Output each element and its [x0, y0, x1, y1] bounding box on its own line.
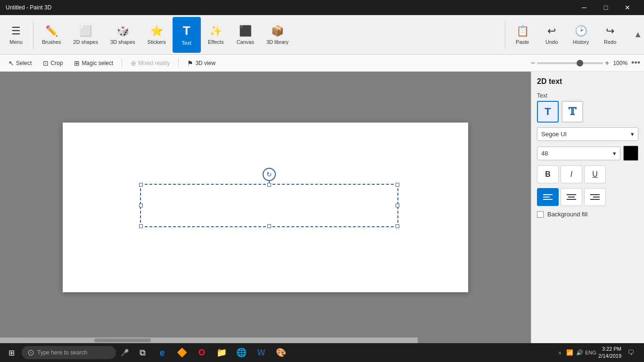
resize-handle-ml[interactable]: [139, 204, 143, 207]
menu-icon: ☰: [11, 25, 21, 37]
align-right-icon: [590, 193, 600, 201]
right-panel: 2D text Text T 𝕋 Segoe UI ▾ 48 ▾: [531, 72, 644, 343]
resize-handle-bc[interactable]: [267, 224, 271, 228]
select-button[interactable]: ↖ Select: [4, 58, 36, 69]
system-clock[interactable]: 3:22 PM 2/14/2019: [598, 346, 621, 360]
format-row: B I U: [537, 165, 638, 183]
clock-date: 2/14/2019: [598, 353, 621, 360]
taskbar-word[interactable]: W: [252, 343, 271, 362]
brushes-label: Brushes: [42, 39, 61, 45]
select-label: Select: [16, 60, 32, 66]
notification-button[interactable]: 🗨: [623, 345, 638, 360]
system-tray: ∧ 📶 🔊 ENG 3:22 PM 2/14/2019 🗨: [555, 345, 642, 360]
redo-icon: ↪: [606, 25, 614, 37]
resize-handle-tl[interactable]: [139, 183, 143, 187]
align-center-button[interactable]: [561, 188, 582, 206]
text-box-selection[interactable]: ↻: [140, 184, 398, 227]
more-options-button[interactable]: •••: [631, 58, 640, 68]
effects-label: Effects: [208, 39, 223, 45]
close-button[interactable]: ✕: [617, 0, 638, 15]
rotate-handle[interactable]: ↻: [263, 168, 276, 181]
toolbar-history[interactable]: 🕑 History: [567, 17, 595, 53]
view-3d-icon: ⚑: [187, 59, 193, 67]
zoom-slider-thumb[interactable]: [577, 60, 583, 66]
stickers-label: Stickers: [148, 39, 166, 45]
taskbar-chrome[interactable]: 🌐: [232, 343, 251, 362]
canvas-area[interactable]: ↻: [0, 72, 531, 343]
toolbar-effects[interactable]: ✨ Effects: [202, 17, 230, 53]
toolbar-right: 📋 Paste ↩ Undo 🕑 History ↪ Redo ▲: [503, 17, 642, 53]
align-right-button[interactable]: [584, 188, 606, 206]
minimize-button[interactable]: ─: [573, 0, 595, 15]
text-style-row: T 𝕋: [537, 101, 638, 123]
drawing-canvas[interactable]: ↻: [63, 123, 468, 292]
bold-button[interactable]: B: [537, 165, 559, 183]
collapse-panel-button[interactable]: ▲: [634, 30, 642, 40]
panel-title: 2D text: [537, 77, 638, 86]
view-3d-button[interactable]: ⚑ 3D view: [182, 58, 220, 69]
toolbar-2dshapes[interactable]: ⬜ 2D shapes: [67, 17, 104, 53]
toolbar-3dlibrary[interactable]: 📦 3D library: [261, 17, 294, 53]
resize-handle-tr[interactable]: [396, 183, 399, 187]
taskbar-opera[interactable]: O: [192, 343, 211, 362]
zoom-in-button[interactable]: +: [605, 59, 609, 67]
3dshapes-label: 3D shapes: [110, 39, 135, 45]
font-size-value: 48: [541, 150, 548, 157]
stickers-icon: ⭐: [150, 25, 163, 37]
app-title: Untitled - Paint 3D: [6, 4, 51, 11]
resize-handle-mr[interactable]: [396, 204, 399, 207]
toolbar-undo[interactable]: ↩ Undo: [537, 17, 566, 53]
zoom-slider[interactable]: [537, 62, 603, 64]
fancy-text-button[interactable]: 𝕋: [561, 101, 583, 123]
magic-select-button[interactable]: ⊞ Magic select: [69, 58, 118, 69]
font-size-dropdown[interactable]: 48 ▾: [537, 147, 620, 160]
align-left-button[interactable]: [537, 188, 559, 206]
background-fill-row: Background fill: [537, 211, 638, 218]
color-swatch-button[interactable]: [623, 146, 638, 161]
effects-icon: ✨: [209, 25, 222, 37]
taskbar-paint3d[interactable]: 🎨: [272, 343, 290, 362]
taskbar-taskview[interactable]: ⧉: [133, 343, 152, 362]
zoom-out-button[interactable]: −: [531, 59, 535, 67]
taskbar-files[interactable]: 📁: [212, 343, 231, 362]
search-box[interactable]: ⊙ Type here to search: [22, 346, 116, 359]
select-icon: ↖: [8, 59, 14, 67]
toolbar-canvas[interactable]: ⬛ Canvas: [231, 17, 260, 53]
underline-button[interactable]: U: [584, 165, 606, 183]
history-label: History: [573, 39, 589, 45]
plain-text-button[interactable]: T: [537, 101, 559, 123]
menu-button[interactable]: ☰ Menu: [2, 17, 30, 53]
resize-handle-bl[interactable]: [139, 224, 143, 228]
horizontal-scrollbar[interactable]: [0, 337, 418, 343]
maximize-button[interactable]: □: [595, 0, 617, 15]
resize-handle-tc[interactable]: [267, 183, 271, 187]
mixed-reality-label: Mixed reality: [138, 60, 170, 66]
background-fill-checkbox[interactable]: [537, 211, 544, 218]
taskbar-vlc[interactable]: 🔶: [173, 343, 191, 362]
toolbar-paste[interactable]: 📋 Paste: [508, 17, 537, 53]
resize-handle-br[interactable]: [396, 224, 399, 228]
toolbar-redo[interactable]: ↪ Redo: [596, 17, 624, 53]
toolbar-3dshapes[interactable]: 🎲 3D shapes: [105, 17, 141, 53]
microphone-button[interactable]: 🎤: [117, 345, 132, 360]
toolbar-brushes[interactable]: ✏️ Brushes: [36, 17, 66, 53]
mixed-reality-button[interactable]: ⊕ Mixed reality: [126, 58, 174, 69]
toolbar-text[interactable]: T Text: [173, 17, 201, 53]
font-dropdown[interactable]: Segoe UI ▾: [537, 127, 638, 141]
italic-button[interactable]: I: [561, 165, 582, 183]
background-fill-label: Background fill: [547, 211, 587, 218]
wifi-icon: 📶: [566, 349, 573, 356]
start-button[interactable]: ⊞: [2, 343, 21, 362]
align-row: [537, 188, 638, 206]
text-section: Text T 𝕋: [537, 92, 638, 123]
taskbar-edge[interactable]: e: [153, 343, 172, 362]
crop-icon: ⊡: [43, 59, 49, 67]
menu-label: Menu: [9, 39, 23, 45]
toolbar-stickers[interactable]: ⭐ Stickers: [142, 17, 172, 53]
tray-chevron-button[interactable]: ∧: [555, 345, 564, 360]
text-section-label: Text: [537, 92, 638, 99]
canvas-label: Canvas: [237, 39, 254, 45]
crop-button[interactable]: ⊡ Crop: [38, 58, 67, 69]
horizontal-scrollbar-thumb[interactable]: [94, 338, 151, 342]
plain-text-icon: T: [545, 106, 551, 118]
